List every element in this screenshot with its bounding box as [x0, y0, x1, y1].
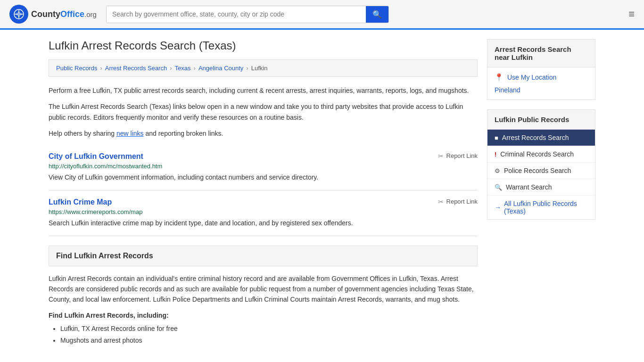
report-label-1: Report Link: [446, 198, 478, 205]
breadcrumb-sep-3: ›: [194, 65, 196, 72]
arrest-records-icon: ■: [495, 134, 498, 141]
use-location[interactable]: 📍 Use My Location: [495, 73, 588, 82]
public-records-section: Lufkin Public Records ■ Arrest Records S…: [487, 109, 595, 220]
desc3-suffix: and reporting broken links.: [144, 130, 223, 137]
breadcrumb-sep-1: ›: [100, 65, 102, 72]
logo[interactable]: CountyOffice.org: [9, 5, 97, 24]
use-location-label: Use My Location: [507, 74, 556, 81]
criminal-records-icon: !: [495, 151, 496, 158]
new-links-link[interactable]: new links: [116, 130, 144, 137]
arrow-icon: →: [495, 204, 501, 211]
logo-text: CountyOffice.org: [31, 9, 97, 19]
breadcrumb: Public Records › Arrest Records Search ›…: [49, 59, 478, 77]
sidebar-item-police-records[interactable]: ⚙ Police Records Search: [487, 163, 595, 179]
public-records-title: Lufkin Public Records: [487, 110, 595, 130]
sidebar-item-criminal-label: Criminal Records Search: [500, 150, 574, 158]
nearby-content: 📍 Use My Location Pineland: [487, 67, 595, 99]
record-url-0: http://cityoflufkin.com/mc/mostwanted.ht…: [49, 163, 478, 170]
sidebar: Arrest Records Search near Lufkin 📍 Use …: [487, 39, 595, 346]
record-title-1[interactable]: Lufkin Crime Map: [49, 198, 112, 206]
find-list-item-0: Lufkin, TX Arrest Records online for fre…: [60, 323, 478, 335]
breadcrumb-public-records[interactable]: Public Records: [56, 65, 97, 72]
breadcrumb-lufkin: Lufkin: [251, 65, 268, 72]
record-card-1: Lufkin Crime Map ✂ Report Link https://w…: [49, 190, 478, 236]
breadcrumb-sep-4: ›: [246, 65, 248, 72]
record-desc-1: Search Lufkin interactive crime map by i…: [49, 218, 478, 228]
desc3-prefix: Help others by sharing: [49, 130, 116, 137]
description-1: Perform a free Lufkin, TX public arrest …: [49, 85, 478, 96]
report-link-0[interactable]: ✂ Report Link: [438, 152, 478, 160]
description-3: Help others by sharing new links and rep…: [49, 128, 478, 139]
main-container: Lufkin Arrest Records Search (Texas) Pub…: [39, 30, 605, 356]
find-section-header: Find Lufkin Arrest Records: [49, 246, 478, 266]
nearby-title: Arrest Records Search near Lufkin: [487, 40, 595, 67]
page-title: Lufkin Arrest Records Search (Texas): [49, 39, 478, 52]
report-icon-1: ✂: [438, 198, 444, 206]
description-2: The Lufkin Arrest Records Search (Texas)…: [49, 101, 478, 123]
search-button[interactable]: 🔍: [366, 6, 388, 23]
nearby-pineland-link[interactable]: Pineland: [495, 86, 588, 94]
find-body: Lufkin Arrest Records contain an individ…: [49, 273, 478, 305]
record-title-0[interactable]: City of Lufkin Government: [49, 152, 143, 161]
content-area: Lufkin Arrest Records Search (Texas) Pub…: [49, 39, 478, 346]
report-label-0: Report Link: [446, 152, 478, 159]
record-header-0: City of Lufkin Government ✂ Report Link: [49, 152, 478, 161]
menu-icon[interactable]: ≡: [628, 8, 635, 20]
sidebar-item-warrant-label: Warrant Search: [506, 183, 552, 191]
search-icon: 🔍: [372, 10, 382, 18]
sidebar-item-criminal-records[interactable]: ! Criminal Records Search: [487, 146, 595, 163]
police-records-icon: ⚙: [495, 167, 500, 174]
warrant-icon: 🔍: [495, 184, 502, 191]
report-icon-0: ✂: [438, 152, 444, 160]
breadcrumb-county[interactable]: Angelina County: [198, 65, 243, 72]
find-list-item-1: Mugshots and arrest photos: [60, 335, 478, 346]
site-header: CountyOffice.org 🔍 ≡: [0, 0, 644, 30]
breadcrumb-texas[interactable]: Texas: [175, 65, 191, 72]
sidebar-item-arrest-label: Arrest Records Search: [502, 134, 569, 141]
breadcrumb-sep-2: ›: [170, 65, 172, 72]
report-link-1[interactable]: ✂ Report Link: [438, 198, 478, 206]
record-header-1: Lufkin Crime Map ✂ Report Link: [49, 198, 478, 206]
sidebar-item-police-label: Police Records Search: [504, 167, 571, 174]
sidebar-item-warrant[interactable]: 🔍 Warrant Search: [487, 179, 595, 196]
find-list: Lufkin, TX Arrest Records online for fre…: [49, 323, 478, 346]
find-list-title: Find Lufkin Arrest Records, including:: [49, 312, 478, 319]
logo-icon: [9, 5, 28, 24]
sidebar-all-label: All Lufkin Public Records (Texas): [504, 200, 588, 215]
record-url-1: https://www.crimereports.com/map: [49, 208, 478, 215]
record-card-0: City of Lufkin Government ✂ Report Link …: [49, 145, 478, 190]
sidebar-all-link[interactable]: → All Lufkin Public Records (Texas): [487, 196, 595, 219]
location-pin-icon: 📍: [495, 73, 504, 82]
sidebar-item-arrest-records[interactable]: ■ Arrest Records Search: [487, 130, 595, 146]
search-bar[interactable]: 🔍: [106, 6, 389, 23]
find-section-title: Find Lufkin Arrest Records: [56, 252, 153, 260]
record-desc-0: View City of Lufkin government informati…: [49, 173, 478, 182]
breadcrumb-arrest-records[interactable]: Arrest Records Search: [105, 65, 167, 72]
search-input[interactable]: [107, 6, 366, 23]
nearby-section: Arrest Records Search near Lufkin 📍 Use …: [487, 39, 595, 100]
